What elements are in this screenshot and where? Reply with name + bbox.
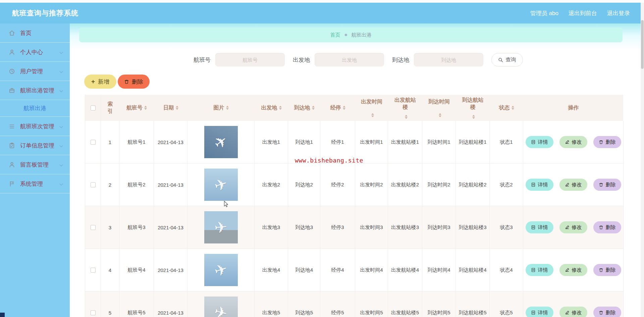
row-delete-button[interactable]: 删除: [593, 136, 621, 148]
column-header[interactable]: 出发航站楼: [388, 95, 422, 121]
logout-link[interactable]: 退出登录: [607, 9, 630, 17]
row-delete-button[interactable]: 删除: [593, 307, 621, 317]
cell-flight_no: 航班号2: [119, 164, 154, 206]
delete-button[interactable]: 删除: [118, 75, 150, 89]
cell-dep_terminal: 出发航站楼3: [388, 206, 422, 249]
select-all-checkbox[interactable]: [91, 105, 96, 110]
sidebar-item[interactable]: 系统管理: [0, 174, 70, 193]
cell-departure: 出发地1: [255, 121, 288, 164]
sidebar-item[interactable]: 航班出港管理: [0, 81, 70, 100]
sidebar-item[interactable]: 用户管理: [0, 62, 70, 81]
pencil-icon: [565, 140, 570, 144]
row-delete-button[interactable]: 删除: [593, 179, 621, 191]
detail-button[interactable]: 详情: [526, 264, 553, 276]
detail-button[interactable]: 详情: [526, 307, 553, 317]
breadcrumb-home-link[interactable]: 首页: [330, 32, 340, 38]
cell-date: 2021-04-13: [154, 121, 187, 164]
detail-button[interactable]: 详情: [526, 136, 553, 148]
row-actions: 详情 修改 删除: [526, 307, 621, 317]
cell-status: 状态5: [490, 291, 523, 317]
cell-date: 2021-04-13: [154, 206, 187, 249]
row-delete-button[interactable]: 删除: [593, 221, 621, 233]
row-checkbox[interactable]: [91, 268, 96, 273]
column-header[interactable]: 出发地: [255, 95, 288, 121]
toolbar: + 新增 删除: [84, 75, 150, 89]
plane-photo-4: ✈: [204, 254, 238, 286]
sidebar-item-label: 系统管理: [20, 180, 60, 188]
chevron-down-icon: [60, 182, 63, 185]
chevron-down-icon: [60, 70, 63, 73]
cell-index: 1: [101, 121, 119, 164]
briefcase-icon: [9, 87, 15, 94]
column-header[interactable]: 到达地: [288, 95, 320, 121]
sidebar-item[interactable]: 个人中心: [0, 43, 70, 62]
column-header[interactable]: 图片: [187, 95, 255, 121]
row-checkbox[interactable]: [91, 182, 96, 187]
row-checkbox[interactable]: [91, 225, 96, 230]
column-header[interactable]: 日期: [154, 95, 187, 121]
sidebar-item-label: 用户管理: [20, 67, 60, 75]
row-checkbox-cell: [85, 164, 101, 206]
breadcrumb: 首页 ✱ 航班出港: [79, 28, 623, 42]
edit-button-label: 修改: [572, 310, 582, 316]
cell-status: 状态2: [490, 164, 523, 206]
app-header: 航班查询与推荐系统 管理员 abo 退出到前台 退出登录: [0, 3, 644, 24]
search-input[interactable]: [414, 53, 483, 66]
admin-user-label[interactable]: 管理员 abo: [530, 9, 558, 17]
column-header-label: 航班号: [126, 104, 143, 111]
sidebar-item[interactable]: 首页: [0, 24, 70, 43]
plus-icon: +: [91, 78, 95, 85]
edit-button[interactable]: 修改: [559, 179, 587, 191]
breadcrumb-separator-icon: ✱: [344, 33, 347, 37]
query-button[interactable]: 查询: [491, 53, 523, 66]
actions-cell: 详情 修改 删除: [523, 164, 624, 206]
row-delete-button-label: 删除: [606, 139, 616, 145]
cell-arr_time: 到达时间4: [422, 249, 456, 291]
page-scrollbar: [641, 3, 644, 317]
row-checkbox-cell: [85, 121, 101, 164]
column-header[interactable]: 到达航站楼: [456, 95, 490, 121]
sidebar-item[interactable]: 留言板管理: [0, 155, 70, 174]
column-header[interactable]: 经停: [320, 95, 355, 121]
sidebar-item[interactable]: 航班班次管理: [0, 117, 70, 136]
edit-button[interactable]: 修改: [559, 136, 587, 148]
edit-button[interactable]: 修改: [559, 221, 587, 233]
exit-to-front-link[interactable]: 退出到前台: [569, 9, 597, 17]
clock-icon: [9, 68, 15, 75]
column-header[interactable]: 出发时间: [355, 95, 388, 121]
column-header[interactable]: 航班号: [119, 95, 154, 121]
detail-button[interactable]: 详情: [526, 221, 553, 233]
add-button-label: 新增: [98, 78, 109, 86]
add-button[interactable]: + 新增: [84, 75, 116, 89]
sidebar-item[interactable]: 订单信息管理: [0, 136, 70, 155]
column-header-label: 出发航站楼: [393, 97, 418, 111]
row-delete-button[interactable]: 删除: [593, 264, 621, 276]
plane-photo-3: ✈: [204, 211, 238, 243]
row-checkbox[interactable]: [91, 140, 96, 145]
search-input[interactable]: [215, 53, 285, 66]
column-header[interactable]: 到达时间: [422, 95, 456, 121]
cell-arrival: 到达地5: [288, 291, 320, 317]
cell-stopover: 经停5: [320, 291, 355, 317]
row-checkbox[interactable]: [91, 310, 96, 315]
sidebar-menu: 首页 个人中心 用户管理 航班出港管理 航班出港 航班班次管理 订单信息管理 留…: [0, 24, 70, 317]
cell-status: 状态3: [490, 206, 523, 249]
cell-departure: 出发地4: [255, 249, 288, 291]
sort-arrows-icon: [144, 106, 147, 110]
detail-button[interactable]: 详情: [526, 179, 553, 191]
cell-dep_time: 出发时间2: [355, 164, 388, 206]
sidebar-subitem-label: 航班出港: [23, 104, 46, 112]
user-icon: [9, 161, 15, 168]
edit-button[interactable]: 修改: [559, 307, 587, 317]
sidebar-subitem[interactable]: 航班出港: [0, 100, 70, 117]
detail-button-label: 详情: [538, 182, 548, 188]
edit-button[interactable]: 修改: [559, 264, 587, 276]
detail-button-label: 详情: [538, 310, 548, 316]
cell-date: 2021-04-13: [154, 249, 187, 291]
document-icon: [531, 268, 536, 272]
scrollbar-thumb[interactable]: [641, 20, 644, 69]
edit-button-label: 修改: [572, 139, 582, 145]
pencil-icon: [565, 268, 570, 272]
column-header[interactable]: 状态: [490, 95, 523, 121]
search-input[interactable]: [315, 53, 384, 66]
